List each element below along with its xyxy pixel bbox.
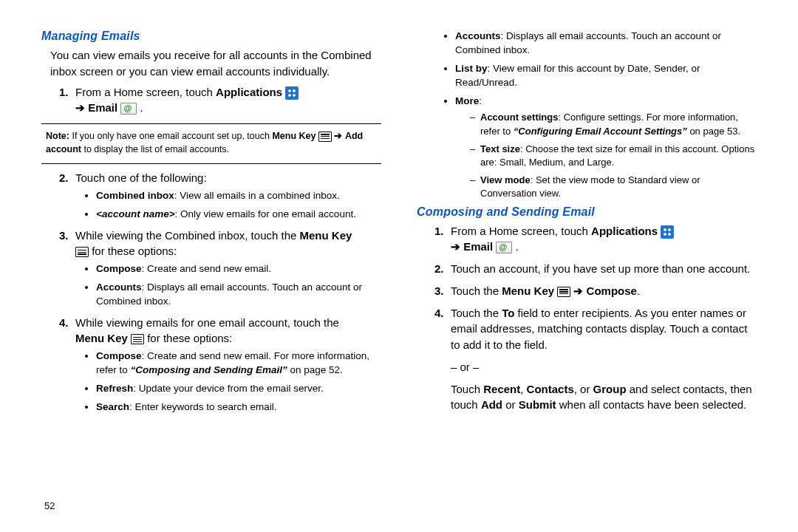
compose-ref: “Composing and Sending Email”	[131, 364, 287, 375]
email-icon	[120, 103, 137, 115]
note-block: Note: If you only have one email account…	[41, 130, 381, 156]
compose-label: Compose	[96, 263, 142, 274]
step-1: 1. From a Home screen, touch Application…	[59, 84, 381, 117]
menu-key-icon	[75, 247, 89, 257]
bullet-combined-inbox: Combined inbox: View all emails in a com…	[96, 189, 381, 203]
step4-b: for these options:	[147, 332, 232, 344]
text-size-label: Text size	[480, 143, 520, 154]
r-step3-a: Touch the	[451, 284, 502, 297]
account-settings-ref-page: on page 53.	[687, 126, 740, 137]
dash-text-size: Text size: Choose the text size for emai…	[470, 143, 757, 169]
intro-text: You can view emails you receive for all …	[50, 47, 381, 80]
r-step-2: 2. Touch an account, if you have set up …	[434, 261, 757, 277]
separator	[41, 123, 381, 124]
bullet-compose-2: Compose: Create and send new email. For …	[96, 349, 381, 378]
step1-text: From a Home screen, touch	[75, 86, 216, 98]
menu-key-icon	[131, 334, 144, 344]
bullet-account-name: <account name>: Only view emails for one…	[96, 208, 381, 222]
listby-label: List by	[455, 63, 488, 74]
refresh-desc: : Update your device from the email serv…	[133, 383, 323, 394]
more-label: More	[455, 95, 479, 106]
group-label: Group	[593, 383, 627, 395]
dash-account-settings: Account settings: Configure settings. Fo…	[470, 111, 757, 137]
contacts-label: Contacts	[527, 383, 574, 395]
r-step-4: 4. Touch the To field to enter recipient…	[434, 305, 757, 414]
arrow-icon: ➔	[451, 240, 460, 253]
submit-label: Submit	[519, 398, 556, 411]
email-label: Email	[88, 101, 117, 114]
note-menu-key: Menu Key	[272, 131, 316, 141]
r-step4-c: Touch	[451, 383, 483, 395]
r-step3-menu: Menu Key	[502, 284, 554, 297]
menu-key-icon	[318, 132, 332, 142]
recent-label: Recent	[483, 383, 520, 395]
r-step4-e: when all contacts have been selected.	[556, 398, 747, 411]
bullet-listby: List by: View email for this account by …	[455, 62, 757, 90]
email-label: Email	[463, 240, 493, 253]
r-step-1: 1. From a Home screen, touch Application…	[434, 223, 757, 256]
step3-a: While viewing the Combined inbox, touch …	[75, 229, 300, 242]
listby-desc: : View email for this account by Date, S…	[455, 63, 700, 88]
compose-ref-page: on page 52.	[287, 364, 343, 375]
separator	[41, 163, 381, 164]
note-head: Note:	[46, 131, 72, 141]
compose-label: Compose	[96, 350, 142, 361]
bullet-accounts-r: Accounts: Displays all email accounts. T…	[455, 30, 757, 58]
applications-label: Applications	[216, 86, 282, 98]
combined-inbox-label: Combined inbox	[96, 190, 174, 201]
bullet-more: More: Account settings: Configure settin…	[455, 95, 757, 201]
page-number: 52	[44, 500, 55, 511]
dash-view-mode: View mode: Set the view mode to Standard…	[470, 174, 757, 200]
applications-icon	[285, 86, 299, 100]
combined-inbox-desc: : View all emails in a combined inbox.	[174, 190, 340, 201]
r-step-3: 3. Touch the Menu Key ➔ Compose.	[434, 283, 757, 299]
step2-text: Touch one of the following:	[75, 171, 207, 184]
accounts-label: Accounts	[96, 282, 142, 293]
compose-desc: : Create and send new email.	[142, 263, 272, 274]
add-label: Add	[481, 398, 502, 411]
bullet-compose: Compose: Create and send new email.	[96, 262, 381, 276]
arrow-icon: ➔	[75, 101, 85, 114]
arrow-icon: ➔	[573, 284, 583, 297]
account-settings-label: Account settings	[480, 112, 558, 123]
r-step4-a: Touch the	[451, 307, 502, 319]
view-mode-label: View mode	[480, 174, 531, 185]
arrow-icon: ➔	[334, 131, 342, 141]
text-size-desc: : Choose the text size for email in this…	[480, 143, 754, 168]
to-field-label: To	[502, 307, 514, 319]
search-label: Search	[96, 401, 129, 412]
step-4: 4. While viewing emails for one email ac…	[59, 315, 381, 415]
search-desc: : Enter keywords to search email.	[129, 401, 277, 412]
more-colon: :	[479, 95, 482, 106]
left-column: Managing Emails You can view emails you …	[41, 30, 381, 517]
bullet-search: Search: Enter keywords to search email.	[96, 400, 381, 415]
account-name-label: <account name>	[96, 208, 175, 219]
step4-a: While viewing emails for one email accou…	[75, 316, 339, 329]
menu-key-icon	[557, 287, 570, 297]
step3-menu-key: Menu Key	[300, 229, 352, 242]
step4-menu-key: Menu Key	[75, 332, 128, 344]
applications-icon	[661, 225, 674, 239]
refresh-label: Refresh	[96, 383, 133, 394]
r-step2-text: Touch an account, if you have set up mor…	[451, 262, 750, 275]
compose-label: Compose	[587, 284, 637, 297]
manual-page: Managing Emails You can view emails you …	[0, 0, 798, 532]
note-text-c: to display the list of email accounts.	[81, 144, 229, 154]
section-managing-emails: Managing Emails	[41, 30, 381, 43]
section-composing: Composing and Sending Email	[417, 205, 757, 219]
applications-label: Applications	[591, 225, 658, 237]
step-2: 2. Touch one of the following: Combined …	[59, 170, 381, 222]
right-column: Accounts: Displays all email accounts. T…	[417, 30, 757, 517]
account-name-desc: : Only view emails for one email account…	[175, 208, 356, 219]
email-icon	[496, 242, 512, 253]
bullet-refresh: Refresh: Update your device from the ema…	[96, 382, 381, 396]
r-step1-a: From a Home screen, touch	[451, 225, 591, 237]
accounts-label: Accounts	[455, 30, 501, 41]
or-separator: – or –	[451, 359, 757, 375]
account-settings-ref: “Configuring Email Account Settings”	[514, 126, 687, 137]
bullet-accounts: Accounts: Displays all email accounts. T…	[96, 281, 381, 309]
step3-b: for these options:	[92, 245, 177, 257]
note-text-a: If you only have one email account set u…	[72, 131, 272, 141]
step-3: 3. While viewing the Combined inbox, tou…	[59, 228, 381, 309]
